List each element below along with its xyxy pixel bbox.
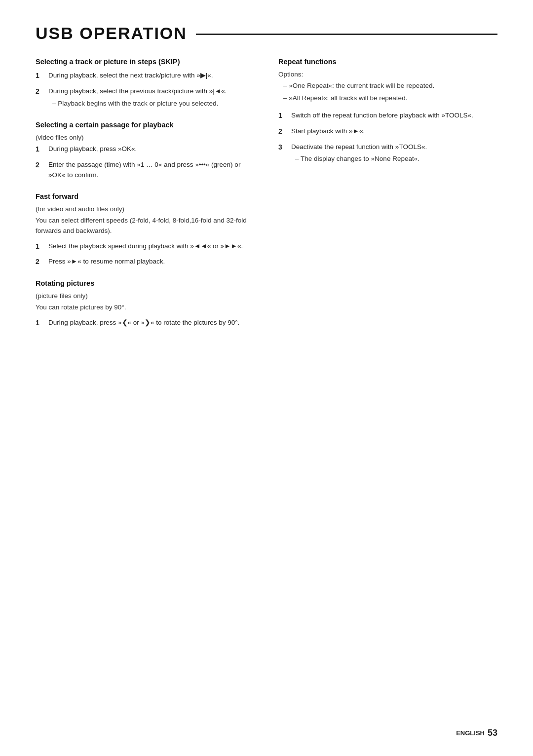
repeat-item-3-num: 3: [278, 142, 286, 153]
repeat-item-1-text: Switch off the repeat function before pl…: [291, 111, 497, 121]
skip-item-2-num: 2: [36, 86, 43, 97]
repeat-item-1-num: 1: [278, 111, 286, 121]
section-rotating: Rotating pictures (picture files only) Y…: [36, 278, 255, 329]
repeat-options-label: Options:: [278, 71, 497, 78]
fastforward-item-2: 2 Press »►« to resume normal playback.: [36, 257, 255, 267]
skip-item-2-sub: – Playback begins with the track or pict…: [48, 99, 255, 109]
repeat-item-3: 3 Deactivate the repeat function with »T…: [278, 142, 497, 165]
rotating-desc: You can rotate pictures by 90°.: [36, 302, 255, 313]
passage-heading: Selecting a certain passage for playback: [36, 120, 255, 130]
repeat-item-3-text: Deactivate the repeat function with »TOO…: [291, 142, 497, 165]
repeat-list: 1 Switch off the repeat function before …: [278, 111, 497, 164]
rotating-heading: Rotating pictures: [36, 278, 255, 288]
page: USB OPERATION Selecting a track or pictu…: [0, 0, 533, 756]
passage-item-1-text: During playback, press »OK«.: [48, 144, 255, 154]
section-repeat: Repeat functions Options: – »One Repeat«…: [278, 57, 497, 164]
repeat-item-2-text: Start playback with »►«.: [291, 126, 497, 137]
section-skip: Selecting a track or picture in steps (S…: [36, 57, 255, 109]
fastforward-subheading: (for video and audio files only): [36, 205, 255, 213]
repeat-option-2: – »All Repeat«: all tracks will be repea…: [283, 93, 497, 104]
passage-item-1: 1 During playback, press »OK«.: [36, 144, 255, 155]
skip-heading: Selecting a track or picture in steps (S…: [36, 57, 255, 67]
fastforward-heading: Fast forward: [36, 191, 255, 201]
repeat-item-2: 2 Start playback with »►«.: [278, 126, 497, 137]
title-underline: [196, 34, 497, 35]
content-columns: Selecting a track or picture in steps (S…: [36, 57, 497, 340]
fastforward-item-1-text: Select the playback speed during playbac…: [48, 241, 255, 252]
passage-list: 1 During playback, press »OK«. 2 Enter t…: [36, 144, 255, 181]
right-column: Repeat functions Options: – »One Repeat«…: [278, 57, 497, 340]
page-title-wrapper: USB OPERATION: [36, 24, 497, 43]
rotating-item-1-text: During playback, press »❮« or »❯« to rot…: [48, 318, 255, 328]
passage-item-2: 2 Enter the passage (time) with »1 … 0« …: [36, 160, 255, 181]
repeat-option-1: – »One Repeat«: the current track will b…: [283, 81, 497, 91]
passage-subheading: (video files only): [36, 134, 255, 141]
skip-item-1-text: During playback, select the next track/p…: [48, 71, 255, 81]
passage-item-2-text: Enter the passage (time) with »1 … 0« an…: [48, 160, 255, 181]
fastforward-item-1: 1 Select the playback speed during playb…: [36, 241, 255, 252]
footer-lang: ENGLISH: [456, 729, 485, 737]
passage-item-1-num: 1: [36, 144, 43, 155]
repeat-item-1: 1 Switch off the repeat function before …: [278, 111, 497, 121]
fastforward-item-1-num: 1: [36, 241, 43, 252]
fastforward-item-2-num: 2: [36, 257, 43, 267]
left-column: Selecting a track or picture in steps (S…: [36, 57, 255, 340]
repeat-options-list: – »One Repeat«: the current track will b…: [278, 81, 497, 104]
skip-item-1: 1 During playback, select the next track…: [36, 71, 255, 81]
rotating-subheading: (picture files only): [36, 292, 255, 300]
page-footer: ENGLISH 53: [456, 728, 497, 738]
fastforward-desc: You can select different speeds (2-fold,…: [36, 216, 255, 236]
footer-page-num: 53: [488, 728, 497, 738]
skip-item-2: 2 During playback, select the previous t…: [36, 86, 255, 109]
repeat-item-3-sub: – The display changes to »None Repeat«.: [291, 154, 497, 164]
rotating-list: 1 During playback, press »❮« or »❯« to r…: [36, 318, 255, 329]
page-title: USB OPERATION: [36, 24, 187, 43]
repeat-item-2-num: 2: [278, 126, 286, 137]
skip-item-2-text: During playback, select the previous tra…: [48, 86, 255, 109]
rotating-item-1: 1 During playback, press »❮« or »❯« to r…: [36, 318, 255, 329]
skip-item-1-num: 1: [36, 71, 43, 81]
fastforward-item-2-text: Press »►« to resume normal playback.: [48, 257, 255, 267]
section-fastforward: Fast forward (for video and audio files …: [36, 191, 255, 268]
rotating-item-1-num: 1: [36, 318, 43, 329]
passage-item-2-num: 2: [36, 160, 43, 171]
section-passage: Selecting a certain passage for playback…: [36, 120, 255, 181]
repeat-heading: Repeat functions: [278, 57, 497, 67]
fastforward-list: 1 Select the playback speed during playb…: [36, 241, 255, 267]
skip-list: 1 During playback, select the next track…: [36, 71, 255, 109]
